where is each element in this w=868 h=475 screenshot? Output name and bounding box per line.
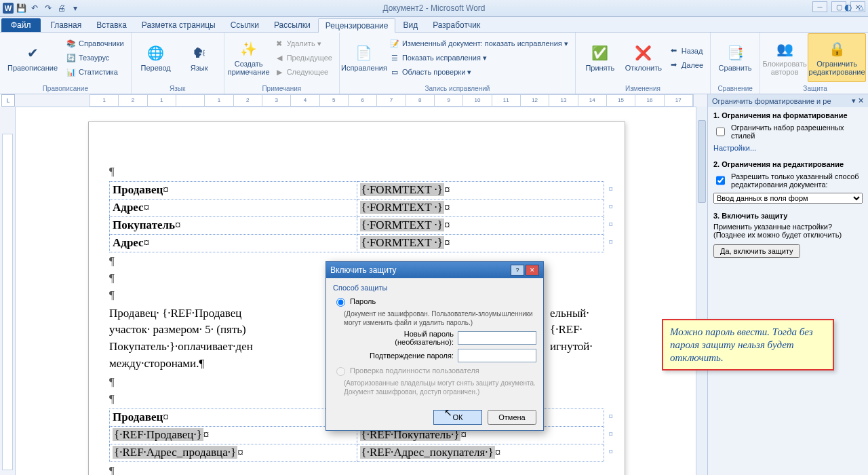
next-comment-button[interactable]: ▶Следующее [272,65,335,79]
show-markup-dropdown[interactable]: ☰Показать исправления ▾ [387,51,571,64]
accept-label: Принять [585,64,614,72]
language-button[interactable]: 🗣Язык [179,34,220,81]
group-tracking: 📄Исправления 📝Измененный документ: показ… [340,33,576,94]
table2-header: Продавец [113,411,163,423]
compare-button[interactable]: 📑Сравнить [715,34,755,81]
qat-more-icon[interactable]: ▾ [69,2,81,14]
prev-comment-button[interactable]: ◀Предыдущее [272,51,335,64]
group-comments: ✨Создать примечание ✖Удалить ▾ ◀Предыдущ… [224,33,340,94]
display-for-review-label: Измененный документ: показать исправлени… [402,39,568,48]
group-compare: 📑Сравнить Сравнение [711,33,760,94]
dialog-cancel-button[interactable]: Отмена [488,410,536,425]
pane-section-2: 2. Ограничения на редактирование [713,160,844,168]
stats-icon: 📊 [66,67,76,77]
dialog-ok-button[interactable]: ОК [433,410,482,425]
show-markup-label: Показать исправления ▾ [402,54,487,62]
block-authors-button[interactable]: 👥Блокировать авторов [764,34,805,81]
horizontal-ruler[interactable]: 1211234567891011121314151617 [15,94,707,107]
restrict-editing-label: Ограничить редактирование [809,60,865,76]
tab-mailings[interactable]: Рассылки [267,18,318,32]
tab-review[interactable]: Рецензирование [318,18,396,33]
references-button[interactable]: 📚Справочники [64,37,127,50]
tab-developer[interactable]: Разработчик [425,18,488,32]
enable-protection-button[interactable]: Да, включить защиту [713,244,800,258]
qat-redo-icon[interactable]: ↷ [42,2,54,14]
spellcheck-button[interactable]: ✔ Правописание [4,34,61,81]
help-icon[interactable]: ◐ [844,2,852,12]
password-radio[interactable] [336,298,345,307]
qat-undo-icon[interactable]: ↶ [28,2,41,14]
new-comment-button[interactable]: ✨Создать примечание [229,34,269,81]
wordcount-button[interactable]: 📊Статистика [64,65,127,79]
vertical-ruler[interactable] [0,107,16,475]
annotation-callout: Можно пароль ввести. Тогда без пароля за… [662,319,834,370]
compare-icon: 📑 [726,43,745,62]
user-auth-radio [336,367,345,376]
reject-button[interactable]: ❌Отклонить [623,34,664,81]
vertical-scrollbar[interactable] [696,107,707,475]
group-compare-label: Сравнение [715,85,755,94]
pane-close-icon[interactable]: ▾ ✕ [852,96,864,105]
next-icon: ▶ [275,67,284,77]
prev-comment-label: Предыдущее [287,54,332,62]
previous-change-button[interactable]: ⬅Назад [667,44,706,58]
new-password-input[interactable] [458,331,536,345]
delete-icon: ✖ [275,39,284,48]
doc-icon: 📝 [390,39,399,48]
dialog-close-icon[interactable]: ✕ [526,265,539,276]
tab-layout[interactable]: Разметка страницы [134,18,223,32]
accept-button[interactable]: ✅Принять [580,34,620,81]
dialog-titlebar[interactable]: Включить защиту ? ✕ [326,262,543,278]
tab-references[interactable]: Ссылки [223,18,267,32]
minimize-button[interactable]: ─ [812,1,827,12]
group-changes-label: Изменения [580,85,706,94]
dialog-help-icon[interactable]: ? [511,265,524,276]
limit-formatting-checkbox[interactable] [716,126,725,138]
ribbon-collapse-icon[interactable]: △ [859,3,864,11]
group-protect: 👥Блокировать авторов 🔒Ограничить редакти… [760,33,868,94]
scroll-thumb[interactable] [698,120,706,203]
user-auth-description: (Авторизованные владельцы могут снять за… [344,379,536,396]
file-tab[interactable]: Файл [1,18,41,32]
tab-home[interactable]: Главная [43,18,90,32]
language-label: Язык [191,64,208,72]
pane-header: Ограничить форматирование и ре ▾ ✕ [708,94,868,107]
pane-section-3-text: Применить указанные настройки? (Позднее … [713,223,863,239]
tab-view[interactable]: Вид [395,18,425,32]
enable-protection-dialog: Включить защиту ? ✕ Способ защиты Пароль… [326,261,544,431]
previous-change-label: Назад [682,47,703,55]
new-comment-label: Создать примечание [228,60,270,76]
next-change-button[interactable]: ➡Далее [667,58,706,72]
reject-icon: ❌ [634,43,653,62]
display-for-review-dropdown[interactable]: 📝Измененный документ: показать исправлен… [387,37,571,50]
group-tracking-label: Запись исправлений [344,85,571,94]
delete-comment-button[interactable]: ✖Удалить ▾ [272,37,335,50]
group-protect-label: Защита [764,85,866,94]
spellcheck-icon: ✔ [23,43,42,62]
editing-restriction-select[interactable]: Ввод данных в поля форм [713,193,863,204]
restrict-editing-pane: Ограничить форматирование и ре ▾ ✕ 1. Ог… [707,94,868,475]
tab-selector[interactable]: L [1,94,15,107]
block-authors-label: Блокировать авторов [762,60,806,76]
block-icon: 👥 [775,39,794,58]
pane-icon: ▭ [390,67,399,77]
window-controls: ─ ▢ ✕ [812,1,865,12]
translate-button[interactable]: 🌐Перевод [136,34,176,81]
group-comments-label: Примечания [229,85,335,94]
thesaurus-button[interactable]: 🔄Тезаурус [64,51,127,64]
word-logo-icon[interactable]: W [3,3,14,14]
password-description: (Документ не зашифрован. Пользователи-зл… [344,309,536,327]
reviewing-pane-dropdown[interactable]: ▭Область проверки ▾ [387,65,571,79]
qat-print-icon[interactable]: 🖨 [56,2,68,14]
confirm-password-label: Подтверждение пароля: [344,352,454,360]
allow-only-checkbox[interactable] [716,174,725,187]
track-changes-label: Исправления [341,64,387,72]
settings-link[interactable]: Настройки... [713,144,863,152]
confirm-password-input[interactable] [458,349,536,362]
track-changes-button[interactable]: 📄Исправления [344,34,384,81]
tab-insert[interactable]: Вставка [89,18,134,32]
spellcheck-label: Правописание [7,64,58,72]
qat-save-icon[interactable]: 💾 [15,2,27,14]
quick-access-toolbar: W 💾 ↶ ↷ 🖨 ▾ [0,2,81,14]
restrict-editing-button[interactable]: 🔒Ограничить редактирование [808,33,866,82]
